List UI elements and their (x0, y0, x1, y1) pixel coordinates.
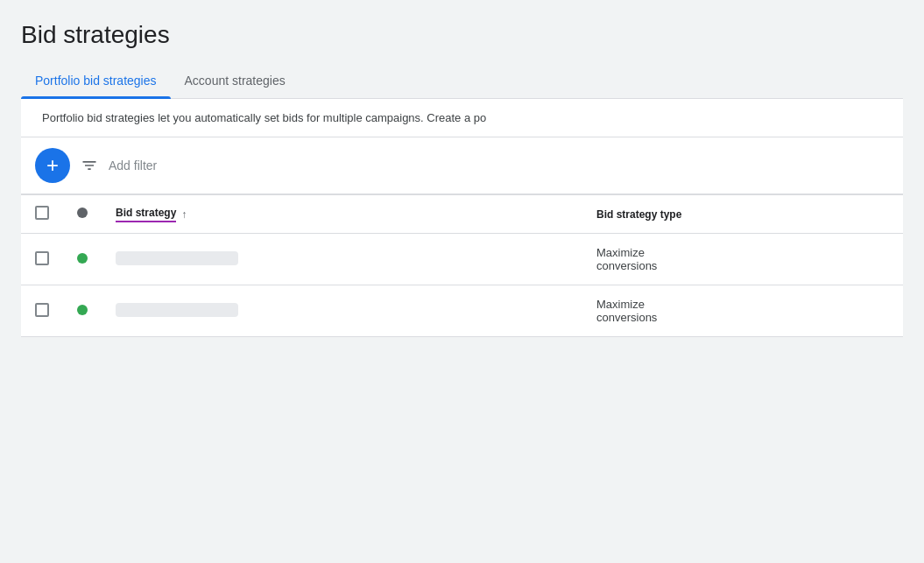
table-row: Maximizeconversions (21, 285, 903, 337)
row-1-bid-strategy-type: Maximizeconversions (596, 246, 657, 272)
tab-account-strategies[interactable]: Account strategies (171, 63, 300, 98)
row-2-checkbox-cell (21, 285, 63, 337)
table-header-row: Bid strategy ↑ Bid strategy type (21, 195, 903, 234)
filter-icon[interactable] (81, 157, 98, 174)
th-bid-strategy-type: Bid strategy type (582, 195, 903, 234)
add-button[interactable]: + (35, 148, 70, 183)
bid-strategy-header: Bid strategy ↑ (116, 207, 568, 222)
page-title: Bid strategies (21, 21, 903, 49)
row-1-status-cell (63, 234, 102, 285)
th-status (63, 195, 102, 234)
header-status-dot (77, 208, 88, 218)
row-1-bid-strategy-cell (102, 234, 582, 285)
row-1-checkbox[interactable] (35, 251, 49, 265)
row-2-bid-strategy-cell (102, 285, 582, 337)
sort-arrow-icon: ↑ (181, 208, 187, 221)
row-2-status-dot (77, 305, 88, 315)
funnel-icon (81, 157, 98, 174)
row-1-checkbox-cell (21, 234, 63, 285)
tabs-container: Portfolio bid strategies Account strateg… (21, 63, 903, 99)
row-2-strategy-name-placeholder (116, 303, 238, 317)
tab-portfolio-bid-strategies[interactable]: Portfolio bid strategies (21, 63, 171, 98)
row-1-bid-strategy-type-cell: Maximizeconversions (582, 234, 903, 285)
th-checkbox (21, 195, 63, 234)
toolbar: + Add filter (21, 137, 903, 194)
table-row: Maximizeconversions (21, 234, 903, 285)
table-container: Bid strategy ↑ Bid strategy type (21, 194, 903, 337)
description-bar: Portfolio bid strategies let you automat… (21, 99, 903, 137)
row-2-bid-strategy-type: Maximizeconversions (596, 298, 657, 324)
row-2-bid-strategy-type-cell: Maximizeconversions (582, 285, 903, 337)
page-container: Bid strategies Portfolio bid strategies … (0, 0, 924, 563)
row-1-status-dot (77, 253, 88, 264)
add-filter-label: Add filter (109, 158, 157, 172)
row-1-strategy-name-placeholder (116, 251, 238, 265)
table-body: Maximizeconversions (21, 234, 903, 337)
th-bid-strategy[interactable]: Bid strategy ↑ (102, 195, 582, 234)
bid-strategies-table: Bid strategy ↑ Bid strategy type (21, 195, 903, 337)
row-2-status-cell (63, 285, 102, 337)
row-2-checkbox[interactable] (35, 303, 49, 317)
select-all-checkbox[interactable] (35, 206, 49, 220)
bid-strategy-column-label: Bid strategy (116, 207, 176, 222)
content-area: Portfolio bid strategies let you automat… (21, 99, 903, 337)
